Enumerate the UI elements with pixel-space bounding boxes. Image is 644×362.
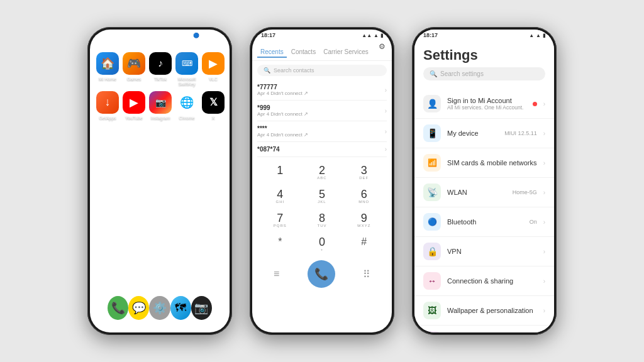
- mihome-icon: 🏠: [96, 52, 119, 75]
- recent-detail-3: Apr 4 Didn't connect ↗: [257, 132, 308, 138]
- settings-item-connection[interactable]: ↔ Connection & sharing ›: [414, 266, 554, 296]
- swiftkey-label: Microsoft SwiftKey: [175, 77, 198, 87]
- recent-item-1[interactable]: *77777 Apr 4 Didn't connect ↗ ›: [257, 80, 387, 101]
- instagram-icon: 📷: [149, 91, 172, 114]
- battery-icon: ▮: [218, 33, 221, 38]
- settings-item-device[interactable]: 📱 My device MIUI 12.5.11 ›: [414, 119, 554, 148]
- app-instagram[interactable]: 📷 Instagram: [149, 91, 172, 121]
- settings-item-bluetooth[interactable]: 🔵 Bluetooth On ›: [414, 207, 554, 237]
- recent-item-3[interactable]: **** Apr 4 Didn't connect ↗ ›: [257, 121, 387, 142]
- key-0[interactable]: 0 +: [302, 233, 343, 255]
- app-grid: 🏠 Mi Home 🎮 Games ♪ TikTok ⌨ Microsoft S…: [90, 30, 230, 127]
- tab-carrier[interactable]: Carrier Services: [320, 47, 372, 58]
- dock-camera[interactable]: 📷: [191, 296, 212, 320]
- youtube-icon: ▶: [123, 91, 145, 114]
- key-7-main: 7: [277, 212, 283, 224]
- key-7[interactable]: 7 PQRS: [260, 209, 301, 231]
- settings-list: 👤 Sign in to Mi Account All Mi services.…: [414, 89, 554, 332]
- app-mihome[interactable]: 🏠 Mi Home: [96, 52, 119, 87]
- connection-label: Connection & sharing: [447, 277, 537, 285]
- settings-item-sim[interactable]: 📶 SIM cards & mobile networks ›: [414, 148, 554, 178]
- x-label: X: [212, 116, 215, 121]
- app-getapps[interactable]: ↓ GetApps: [96, 91, 119, 121]
- key-2[interactable]: 2 ABC: [302, 161, 343, 184]
- recent-number-3: ****: [257, 125, 308, 132]
- tab-recents[interactable]: Recents: [257, 47, 287, 58]
- chevron-sim: ›: [543, 160, 545, 167]
- phone-1-homescreen: 18:17 🔵 ▲ wifi ▮ 🏠 Mi Home 🎮 Games ♪ Tik…: [87, 27, 232, 335]
- key-4-main: 4: [277, 189, 283, 200]
- app-chrome[interactable]: 🌐 Chrome: [175, 91, 198, 121]
- tiktok-label: TikTok: [154, 77, 167, 82]
- dock-phone[interactable]: 📞: [108, 296, 128, 320]
- settings-item-vpn[interactable]: 🔒 VPN ›: [414, 237, 554, 266]
- key-1[interactable]: 1: [260, 161, 301, 184]
- chevron-connection: ›: [543, 278, 545, 285]
- recent-calls-list: *77777 Apr 4 Didn't connect ↗ › *999 Apr…: [252, 80, 392, 157]
- wifi-icon-2: ▲: [374, 33, 379, 38]
- account-text: Sign in to Mi Account All Mi services. O…: [447, 97, 526, 111]
- dialer-menu-icon[interactable]: ≡: [274, 268, 279, 280]
- dock-settings[interactable]: ⚙️: [149, 296, 170, 320]
- recent-item-2[interactable]: *999 Apr 4 Didn't connect ↗ ›: [257, 101, 387, 121]
- search-placeholder-2: Search contacts: [274, 67, 314, 74]
- chevron-vpn: ›: [543, 248, 545, 255]
- key-star[interactable]: *: [260, 233, 301, 255]
- chevron-icon-3: ›: [385, 128, 387, 135]
- key-6[interactable]: 6 MNO: [343, 185, 384, 207]
- key-8[interactable]: 8 TUV: [302, 209, 343, 231]
- dialer-action-bar: ≡ 📞 ⠿: [252, 258, 392, 290]
- status-time-2: 18:17: [261, 32, 275, 38]
- key-1-main: 1: [277, 165, 283, 176]
- dock-maps[interactable]: 🗺: [170, 296, 191, 320]
- vlc-label: VLC: [209, 77, 218, 82]
- wifi-icon-3: ▲: [536, 33, 541, 38]
- key-0-main: 0: [319, 236, 325, 248]
- key-4[interactable]: 4 GHI: [260, 185, 301, 207]
- status-bar-3: 18:17 ▲ ▲ ▮: [414, 30, 554, 40]
- dialpad-icon[interactable]: ⠿: [363, 268, 370, 280]
- tiktok-icon: ♪: [149, 52, 172, 75]
- wifi-icon: wifi: [208, 33, 216, 38]
- settings-search-bar[interactable]: 🔍 Search settings: [423, 67, 545, 80]
- key-5[interactable]: 5 JKL: [302, 185, 343, 207]
- status-time-3: 18:17: [423, 32, 438, 38]
- app-youtube[interactable]: ▶ YouTube: [123, 91, 145, 121]
- bluetooth-settings-icon: 🔵: [423, 213, 441, 231]
- connection-text: Connection & sharing: [447, 277, 537, 285]
- app-games[interactable]: 🎮 Games: [123, 52, 145, 87]
- key-9[interactable]: 9 WXYZ: [343, 209, 384, 231]
- app-x[interactable]: 𝕏 X: [202, 91, 225, 121]
- app-vlc[interactable]: ▶ VLC: [202, 52, 225, 87]
- dialer-settings-icon[interactable]: ⚙: [379, 42, 386, 51]
- tab-contacts[interactable]: Contacts: [288, 47, 319, 58]
- status-icons-1: 🔵 ▲ wifi ▮: [193, 33, 221, 38]
- wallpaper-label: Wallpaper & personalization: [447, 307, 537, 314]
- key-8-main: 8: [319, 212, 325, 224]
- chevron-device: ›: [543, 130, 545, 137]
- settings-item-wallpaper[interactable]: 🖼 Wallpaper & personalization ›: [414, 296, 554, 326]
- key-3[interactable]: 3 DEF: [343, 161, 384, 184]
- dock: 📞 💬 ⚙️ 🗺 📷: [97, 291, 222, 325]
- chevron-icon-2: ›: [385, 107, 387, 114]
- key-hash[interactable]: #: [343, 233, 384, 255]
- settings-item-account[interactable]: 👤 Sign in to Mi Account All Mi services.…: [414, 89, 554, 119]
- settings-item-aod[interactable]: 🔆 Always-on display & Lock ›: [414, 326, 554, 332]
- settings-item-wlan[interactable]: 📡 WLAN Home-5G ›: [414, 178, 554, 207]
- contacts-search[interactable]: 🔍 Search contacts: [257, 65, 387, 76]
- search-icon-3: 🔍: [430, 70, 437, 77]
- chevron-icon-4: ›: [385, 146, 387, 153]
- app-swiftkey[interactable]: ⌨ Microsoft SwiftKey: [175, 52, 198, 87]
- status-icons-3: ▲ ▲ ▮: [529, 33, 545, 38]
- battery-icon-3: ▮: [543, 33, 545, 38]
- key-3-main: 3: [361, 165, 367, 176]
- signal-icon-3: ▲: [529, 33, 534, 38]
- recent-item-4[interactable]: *087*74 ›: [257, 142, 387, 157]
- bluetooth-value: On: [530, 219, 537, 225]
- dock-messages[interactable]: 💬: [128, 296, 149, 320]
- device-icon: 📱: [423, 124, 441, 142]
- phone-2-dialer: 18:17 ▲▲ ▲ ▮ ⚙ Recents Contacts Carrier …: [250, 27, 394, 335]
- key-5-main: 5: [319, 189, 325, 200]
- call-button[interactable]: 📞: [308, 260, 335, 288]
- app-tiktok[interactable]: ♪ TikTok: [149, 52, 172, 87]
